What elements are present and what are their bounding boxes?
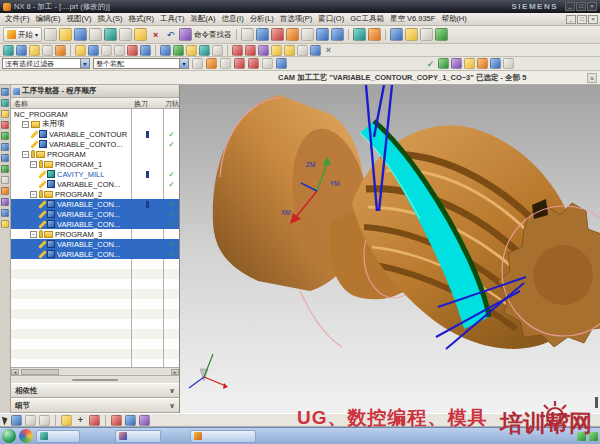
start-menu-button[interactable]: 开始 ▾ [3,27,42,42]
prompt-close-icon[interactable]: × [587,73,597,83]
part-navigator-icon[interactable] [1,110,9,118]
shop-doc-icon[interactable] [245,45,256,56]
copy-icon[interactable] [119,28,132,41]
copy-object-icon[interactable] [101,45,112,56]
menu-window[interactable]: 窗口(O) [315,14,347,24]
wcs-display-icon[interactable] [420,28,433,41]
maximize-button[interactable]: □ [576,2,586,11]
create-geometry-icon[interactable] [29,45,40,56]
scroll-right-icon[interactable]: ► [171,369,179,375]
polygon-select-icon[interactable] [39,415,50,426]
rectangle-zoom-icon[interactable] [262,58,273,69]
combo-dropdown-icon[interactable]: ▾ [179,59,188,68]
menu-preferences[interactable]: 首选项(P) [277,14,316,24]
quick-pick-icon[interactable] [25,415,36,426]
scope-filter-combo[interactable]: 整个装配 ▾ [93,58,189,69]
list-toolpath-icon[interactable] [212,45,223,56]
tree-row-operation-selected[interactable]: VARIABLE_CON... ✓ [11,199,179,209]
operation-navigator-icon[interactable] [1,121,9,129]
column-name[interactable]: 名称 [14,99,28,109]
window-border-icon[interactable] [301,28,314,41]
web-browser-icon[interactable] [1,165,9,173]
display-object-icon[interactable] [140,45,151,56]
view-orient-icon[interactable] [256,28,269,41]
tree-row-unused[interactable]: − 未用项 [11,119,179,129]
scrollbar-thumb[interactable] [21,369,59,375]
tool-library-icon[interactable] [258,45,269,56]
cut-object-icon[interactable] [88,45,99,56]
desktop-icon-1[interactable] [2,429,16,443]
section-dependencies[interactable]: 相依性 ∨ [11,383,179,398]
move-component-icon[interactable] [316,28,329,41]
tree-row-operation-selected[interactable]: VARIABLE_CON... ✓ [11,219,179,229]
snap-point-icon[interactable] [11,415,22,426]
menu-analysis[interactable]: 分析(L) [247,14,277,24]
undo-icon[interactable]: ↶ [164,28,177,41]
horizontal-scrollbar[interactable]: ◄ ► [11,367,179,376]
desktop-icon-2[interactable] [19,429,33,443]
tree-row-operation[interactable]: VARIABLE_CON... ✓ [11,179,179,189]
generate-icon[interactable]: ✓ [425,58,436,69]
paste-icon[interactable] [134,28,147,41]
open-file-icon[interactable] [59,28,72,41]
menu-file[interactable]: 文件(F) [2,14,33,24]
minimize-button[interactable]: _ [565,2,575,11]
section-details[interactable]: 细节 ∨ [11,398,179,413]
fit-view-icon[interactable] [206,58,217,69]
taskbar-window-1[interactable] [36,430,80,443]
tree-row-program-group[interactable]: − PROGRAM_2 [11,189,179,199]
expander-icon[interactable]: − [30,191,37,198]
expander-icon[interactable]: − [30,161,37,168]
constraint-navigator-icon[interactable] [1,99,9,107]
edit-object-icon[interactable] [75,45,86,56]
tree-row-nc-program[interactable]: NC_PROGRAM [11,109,179,119]
workpiece-icon[interactable] [284,45,295,56]
process-studio-icon[interactable] [1,187,9,195]
expander-icon[interactable]: − [22,151,29,158]
refresh-icon[interactable] [192,58,203,69]
tree-row-operation[interactable]: VARIABLE_CONTO... ✓ [11,139,179,149]
delete-icon[interactable]: × [149,28,162,41]
reuse-library-icon[interactable] [1,143,9,151]
menu-tools[interactable]: 工具(T) [157,14,188,24]
graphics-viewport[interactable]: ZM XM YM [180,85,600,413]
magnifier-icon[interactable] [125,415,136,426]
point-constructor-icon[interactable]: + [75,415,86,426]
transform-icon[interactable] [310,45,321,56]
print-icon[interactable] [89,28,102,41]
hd3d-tools-icon[interactable] [1,154,9,162]
postprocess-icon[interactable] [232,45,243,56]
column-toolchange[interactable]: 换刀 [134,99,148,109]
combo-dropdown-icon[interactable]: ▾ [80,59,89,68]
create-program-icon[interactable] [3,45,14,56]
assembly-constraints-icon[interactable] [331,28,344,41]
list-path-icon[interactable] [464,58,475,69]
machine-sim-icon[interactable] [503,58,514,69]
scroll-left-icon[interactable]: ◄ [11,369,19,375]
cancel-icon[interactable]: × [323,45,334,56]
templates-icon[interactable] [1,220,9,228]
expander-icon[interactable]: − [30,231,37,238]
layer-settings-icon[interactable] [405,28,418,41]
doc-close-button[interactable]: × [588,15,598,24]
menu-format[interactable]: 格式(R) [126,14,157,24]
menu-view[interactable]: 视图(V) [64,14,95,24]
tree-row-operation[interactable]: CAVITY_MILL ✓ [11,169,179,179]
analysis-icon[interactable] [368,28,381,41]
menu-edit[interactable]: 编辑(E) [33,14,64,24]
show-hide-icon[interactable] [390,28,403,41]
command-finder-icon[interactable] [179,28,192,41]
simulate-machine-icon[interactable] [199,45,210,56]
menu-help[interactable]: 帮助(H) [438,14,469,24]
edit-toolpath-icon[interactable] [451,58,462,69]
select-cursor-icon[interactable] [2,415,9,425]
tree-row-operation[interactable]: VARIABLE_CONTOUR ✓ [11,129,179,139]
replay-toolpath-icon[interactable] [173,45,184,56]
create-operation-icon[interactable] [55,45,66,56]
menu-information[interactable]: 信息(I) [219,14,247,24]
measure-icon[interactable] [353,28,366,41]
rotate-view-icon[interactable] [248,58,259,69]
navigator-header[interactable]: 工序导航器 - 程序顺序 [11,85,179,98]
assembly-navigator-icon[interactable] [1,88,9,96]
tray-icon-2[interactable] [589,432,598,441]
